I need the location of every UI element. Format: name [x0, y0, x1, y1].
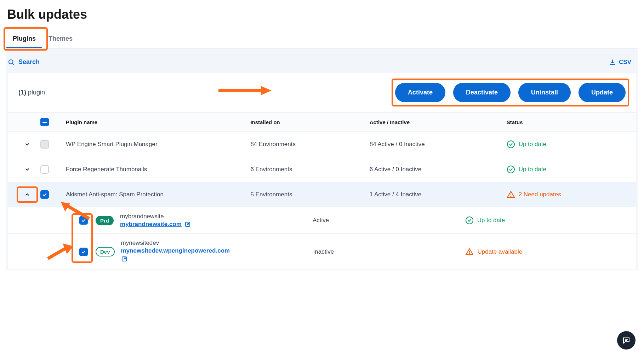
- status-text: Up to date: [519, 141, 546, 148]
- col-header-active: Active / Inactive: [370, 119, 507, 125]
- active-count: 1 Active / 4 Inactive: [370, 191, 507, 198]
- deactivate-button[interactable]: Deactivate: [453, 83, 511, 102]
- toolbar: Search CSV: [6, 53, 638, 73]
- svg-point-0: [9, 59, 13, 64]
- svg-point-11: [466, 217, 473, 224]
- tab-themes[interactable]: Themes: [42, 31, 79, 48]
- status-text: Up to date: [519, 166, 546, 173]
- bulk-action-buttons: Activate Deactivate Uninstall Update: [395, 83, 626, 102]
- svg-point-4: [507, 141, 514, 148]
- chevron-down-icon: [24, 166, 30, 173]
- plugins-card: (1) plugin Activate Deactivate Uninstall…: [8, 73, 636, 270]
- csv-label: CSV: [619, 59, 631, 66]
- col-header-status: Status: [507, 119, 626, 125]
- env-badge-prd: Prd: [96, 216, 114, 225]
- site-url-link[interactable]: mybrandnewsite.com: [120, 221, 182, 228]
- tab-plugins[interactable]: Plugins: [6, 31, 42, 48]
- active-count: 6 Active / 0 Inactive: [370, 166, 507, 173]
- select-all-checkbox[interactable]: [40, 118, 49, 126]
- plugin-name: WP Engine Smart Plugin Manager: [53, 141, 250, 148]
- expand-toggle[interactable]: [23, 140, 32, 149]
- environment-row: Dev mynewsitedev mynewsitedev.wpenginepo…: [8, 234, 636, 270]
- plugin-name: Force Regenerate Thumbnails: [53, 166, 250, 173]
- alert-icon: [507, 190, 515, 199]
- svg-point-14: [469, 253, 470, 254]
- svg-point-5: [507, 166, 514, 173]
- env-checkbox[interactable]: [79, 216, 88, 225]
- table-row: WP Engine Smart Plugin Manager 84 Enviro…: [8, 132, 636, 157]
- update-button[interactable]: Update: [579, 83, 626, 102]
- installed-count: 84 Environments: [250, 141, 369, 148]
- installed-count: 5 Environments: [250, 191, 369, 198]
- site-name: mynewsitedev: [121, 239, 313, 247]
- row-checkbox[interactable]: [40, 140, 49, 149]
- check-circle-icon: [507, 165, 515, 174]
- status-text: 2 Need updates: [519, 191, 561, 198]
- search-label: Search: [18, 58, 40, 66]
- expand-toggle[interactable]: [23, 165, 32, 174]
- download-icon: [609, 59, 616, 66]
- row-checkbox[interactable]: [40, 190, 49, 199]
- col-header-installed: Installed on: [250, 119, 369, 125]
- environment-row: Prd mybrandnewsite mybrandnewsite.com Ac…: [8, 207, 636, 234]
- check-circle-icon: [507, 140, 515, 149]
- uninstall-button[interactable]: Uninstall: [518, 83, 571, 102]
- col-header-name: Plugin name: [53, 119, 250, 125]
- card-header: (1) plugin Activate Deactivate Uninstall…: [8, 73, 636, 112]
- tabs: Plugins Themes: [6, 31, 638, 48]
- active-count: 84 Active / 0 Inactive: [370, 141, 507, 148]
- search-button[interactable]: Search: [8, 58, 40, 66]
- status-text: Update available: [477, 248, 522, 255]
- alert-icon: [465, 248, 474, 256]
- plugin-name: Akismet Anti-spam: Spam Protection: [53, 191, 250, 198]
- env-checkbox[interactable]: [79, 248, 88, 256]
- installed-count: 6 Environments: [250, 166, 369, 173]
- external-link-icon[interactable]: [184, 221, 191, 227]
- env-activity: Inactive: [313, 248, 466, 255]
- svg-point-7: [511, 196, 511, 197]
- table-row: Force Regenerate Thumbnails 6 Environmen…: [8, 157, 636, 182]
- csv-export-button[interactable]: CSV: [609, 59, 631, 66]
- activate-button[interactable]: Activate: [395, 83, 445, 102]
- external-link-icon[interactable]: [121, 256, 127, 262]
- site-name: mybrandnewsite: [120, 213, 313, 220]
- site-url-link[interactable]: mynewsitedev.wpenginepowered.com: [121, 247, 230, 254]
- check-circle-icon: [465, 216, 474, 225]
- chevron-down-icon: [24, 141, 30, 148]
- selection-count: (1) plugin: [18, 89, 45, 96]
- env-activity: Active: [313, 217, 465, 224]
- svg-line-1: [12, 63, 14, 64]
- status-text: Up to date: [477, 217, 505, 224]
- page-title: Bulk updates: [7, 7, 638, 22]
- chevron-up-icon: [24, 191, 30, 198]
- table-header: Plugin name Installed on Active / Inacti…: [8, 112, 636, 132]
- env-badge-dev: Dev: [96, 247, 115, 256]
- expand-toggle[interactable]: [23, 190, 32, 199]
- row-checkbox[interactable]: [40, 165, 49, 174]
- search-icon: [8, 59, 15, 66]
- table-row: Akismet Anti-spam: Spam Protection 5 Env…: [8, 182, 636, 207]
